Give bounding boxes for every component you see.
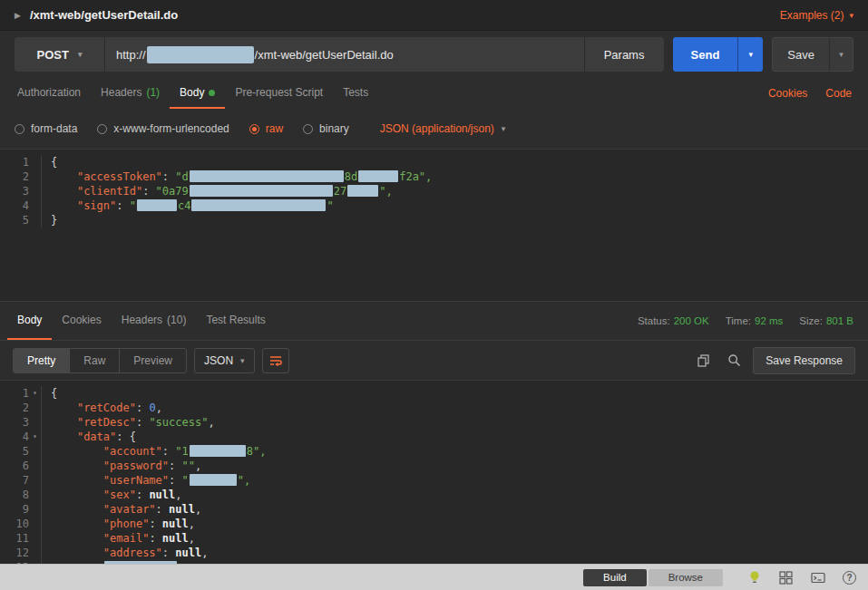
tab-body-label: Body	[180, 86, 204, 99]
code-line: 6 "password": "",	[0, 459, 868, 473]
code-segment: "phone"	[103, 517, 150, 530]
radio-raw[interactable]: raw	[249, 122, 283, 135]
wrap-text-icon	[268, 353, 283, 368]
code-line: 12 "address": null,	[0, 546, 868, 560]
method-label: POST	[37, 48, 69, 62]
fold-icon	[29, 415, 41, 430]
fold-icon[interactable]: ▾	[29, 386, 41, 401]
url-input[interactable]: http:// /xmt-web/getUserDetail.do	[105, 37, 584, 72]
save-response-button[interactable]: Save Response	[753, 347, 855, 374]
gutter: 6	[0, 459, 42, 473]
code-text: "password": "",	[42, 459, 201, 473]
collapse-arrow-icon[interactable]: ▶	[15, 11, 21, 20]
code-segment: "	[327, 199, 333, 212]
code-line: 4 "sign": "c4"	[0, 198, 868, 213]
code-text: {	[42, 155, 57, 169]
code-segment: :	[136, 416, 149, 429]
code-segment: 27	[334, 185, 346, 198]
fold-icon	[29, 502, 41, 517]
line-number: 2	[0, 401, 29, 415]
send-dropdown-button[interactable]: ▾	[737, 37, 763, 72]
radio-binary[interactable]: binary	[303, 122, 349, 135]
request-body-editor[interactable]: 1{2 "accessToken": "d8df2a",3 "clientId"…	[0, 149, 868, 301]
console-icon[interactable]	[810, 570, 825, 585]
view-raw[interactable]: Raw	[69, 349, 119, 372]
copy-icon[interactable]	[691, 349, 715, 372]
code-segment: :	[162, 445, 175, 458]
code-segment: :	[116, 199, 129, 212]
response-language-label: JSON	[204, 354, 233, 367]
line-number: 11	[0, 531, 29, 546]
code-segment: ,	[208, 416, 214, 429]
code-segment	[51, 401, 77, 414]
gutter: 3	[0, 184, 42, 198]
view-pretty[interactable]: Pretty	[14, 349, 69, 372]
search-icon[interactable]	[722, 349, 746, 372]
code-segment: ,	[195, 459, 201, 472]
code-segment: ,	[195, 503, 201, 516]
code-segment	[51, 459, 103, 472]
cookies-link[interactable]: Cookies	[759, 78, 816, 109]
fold-icon	[29, 155, 41, 169]
wrap-text-button[interactable]	[262, 348, 289, 373]
response-tab-body[interactable]: Body	[7, 302, 52, 340]
code-segment	[51, 199, 77, 212]
view-preview[interactable]: Preview	[119, 349, 186, 372]
layout-grid-icon[interactable]	[778, 570, 794, 585]
tab-tests[interactable]: Tests	[333, 78, 378, 109]
code-line: 2 "accessToken": "d8df2a",	[0, 169, 868, 184]
response-editor-lines: 1▾{2 "retCode": 0,3 "retDesc": "success"…	[0, 386, 868, 564]
code-segment: :	[142, 185, 155, 198]
content-type-select[interactable]: JSON (application/json) ▾	[380, 122, 506, 135]
save-dropdown-button[interactable]: ▾	[829, 38, 853, 71]
code-segment: {	[51, 387, 57, 400]
status-value: 200 OK	[674, 315, 709, 326]
send-label: Send	[673, 37, 738, 72]
examples-dropdown[interactable]: Examples (2) ▾	[780, 9, 853, 22]
response-tab-test-results[interactable]: Test Results	[196, 302, 275, 340]
gutter: 4▾	[0, 430, 42, 444]
response-body-editor[interactable]: 1▾{2 "retCode": 0,3 "retDesc": "success"…	[0, 380, 868, 564]
code-segment	[51, 546, 103, 559]
response-language-select[interactable]: JSON ▾	[194, 348, 255, 373]
code-text: "address": null,	[42, 546, 208, 560]
code-segment: "password"	[103, 459, 169, 472]
response-tab-cookies[interactable]: Cookies	[52, 302, 111, 340]
save-button[interactable]: Save ▾	[772, 37, 853, 72]
method-select[interactable]: POST ▾	[15, 37, 105, 72]
code-line: 4▾ "data": {	[0, 430, 868, 444]
gutter: 2	[0, 401, 42, 415]
radio-label: binary	[319, 122, 349, 135]
tab-authorization[interactable]: Authorization	[7, 78, 91, 109]
code-segment: f2a",	[399, 170, 432, 183]
params-button[interactable]: Params	[584, 37, 664, 72]
url-protocol: http://	[116, 48, 146, 62]
fold-icon[interactable]: ▾	[29, 430, 41, 444]
code-segment: ,	[201, 546, 208, 559]
response-tab-headers[interactable]: Headers (10)	[112, 302, 197, 340]
code-line: 1{	[0, 155, 868, 169]
help-icon[interactable]: ?	[842, 570, 857, 585]
chevron-down-icon: ▾	[839, 50, 844, 59]
radio-x-www-form-urlencoded[interactable]: x-www-form-urlencoded	[97, 122, 229, 135]
tab-headers[interactable]: Headers (1)	[91, 78, 170, 109]
gutter: 5	[0, 444, 42, 459]
build-toggle[interactable]: Build	[583, 569, 647, 586]
code-link[interactable]: Code	[816, 78, 861, 109]
radio-form-data[interactable]: form-data	[15, 122, 77, 135]
tab-pre-request-script[interactable]: Pre-request Script	[225, 78, 333, 109]
send-button[interactable]: Send ▾	[673, 37, 764, 72]
code-text: "email": null,	[42, 531, 195, 546]
code-text: "sign": "c4"	[42, 198, 334, 213]
code-segment: :	[162, 546, 175, 559]
radio-label: raw	[266, 122, 283, 135]
view-switcher: Pretty Raw Preview	[13, 348, 187, 373]
radio-icon	[97, 124, 107, 134]
tab-body[interactable]: Body	[170, 78, 225, 109]
code-segment: null	[175, 546, 201, 559]
code-segment: "	[130, 199, 136, 212]
browse-toggle[interactable]: Browse	[649, 569, 723, 586]
response-toolbar: Pretty Raw Preview JSON ▾	[0, 340, 868, 380]
lightbulb-icon[interactable]	[746, 570, 762, 585]
chevron-down-icon: ▾	[502, 124, 506, 133]
